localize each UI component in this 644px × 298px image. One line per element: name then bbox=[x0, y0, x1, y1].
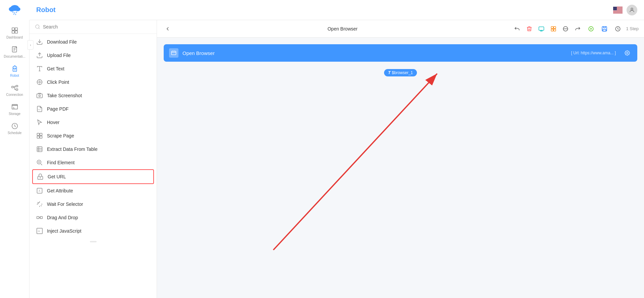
annotation-arrow bbox=[157, 38, 644, 298]
sidebar-item-dashboard[interactable]: Dashboard bbox=[0, 23, 29, 42]
sidebar-item-schedule[interactable]: Schedule bbox=[0, 118, 29, 137]
svg-rect-43 bbox=[37, 136, 40, 138]
svg-point-39 bbox=[39, 95, 41, 97]
svg-rect-60 bbox=[539, 27, 544, 31]
tool-item-take-screenshot-label: Take Screenshot bbox=[47, 93, 82, 98]
sidebar-item-documentation[interactable]: Documentati... bbox=[0, 42, 29, 61]
svg-rect-26 bbox=[613, 12, 623, 13]
tool-item-wait-for-selector[interactable]: Wait For Selector bbox=[30, 197, 157, 211]
svg-point-14 bbox=[15, 68, 16, 69]
svg-rect-63 bbox=[554, 26, 556, 28]
tool-item-get-url-label: Get URL bbox=[48, 174, 66, 179]
delete-button[interactable] bbox=[524, 23, 535, 34]
panel-collapse-btn[interactable]: › bbox=[30, 40, 34, 50]
tool-item-scrape-page[interactable]: Scrape Page bbox=[30, 129, 157, 142]
cancel-button[interactable] bbox=[560, 23, 571, 34]
responsive-button[interactable] bbox=[536, 23, 547, 34]
language-flag[interactable] bbox=[613, 7, 623, 13]
top-header: Robot bbox=[30, 0, 644, 20]
history-button[interactable] bbox=[612, 23, 623, 34]
sidebar-item-dashboard-label: Dashboard bbox=[6, 36, 23, 39]
tool-item-upload-file[interactable]: Upload File bbox=[30, 49, 157, 62]
svg-point-1 bbox=[9, 7, 15, 11]
svg-rect-25 bbox=[613, 11, 623, 12]
svg-point-75 bbox=[627, 52, 628, 54]
svg-rect-8 bbox=[12, 28, 14, 30]
workflow-title: Open Browser bbox=[176, 26, 509, 32]
back-button[interactable] bbox=[162, 23, 173, 34]
svg-line-77 bbox=[273, 74, 437, 250]
workflow-block-url: [ Url: https://www.ama... ] bbox=[571, 51, 616, 55]
search-icon bbox=[35, 24, 40, 29]
svg-rect-65 bbox=[554, 29, 556, 31]
tool-item-find-element-label: Find Element bbox=[47, 160, 74, 165]
tool-item-extract-data-from-table[interactable]: Extract Data From Table bbox=[30, 142, 157, 156]
user-avatar[interactable] bbox=[627, 5, 637, 15]
tool-item-download-file-label: Download File bbox=[47, 39, 77, 45]
sidebar-item-schedule-label: Schedule bbox=[8, 131, 22, 135]
svg-rect-9 bbox=[15, 28, 17, 30]
sidebar-item-robot[interactable]: Robot bbox=[0, 61, 29, 80]
tool-search-bar bbox=[30, 20, 157, 34]
svg-rect-38 bbox=[37, 94, 43, 98]
svg-point-29 bbox=[36, 25, 39, 28]
token-label: $browser_1 bbox=[392, 70, 413, 75]
tool-item-scrape-page-label: Scrape Page bbox=[47, 133, 74, 138]
workspace: › Download F bbox=[30, 20, 644, 298]
workflow-block-open-browser[interactable]: Open Browser [ Url: https://www.ama... ] bbox=[164, 44, 637, 62]
token-icon: T bbox=[388, 70, 390, 75]
svg-marker-69 bbox=[591, 28, 592, 30]
token-badge-wrap: T $browser_1 bbox=[164, 65, 637, 76]
main-content: Robot bbox=[30, 0, 644, 298]
svg-point-33 bbox=[39, 81, 41, 83]
tool-item-page-pdf-label: Page PDF bbox=[47, 106, 69, 112]
app-logo bbox=[0, 0, 30, 20]
svg-rect-3 bbox=[12, 11, 13, 13]
workflow-block-settings-button[interactable] bbox=[623, 48, 632, 58]
tool-item-page-pdf[interactable]: PDF Page PDF bbox=[30, 102, 157, 116]
tool-item-inject-javascript[interactable]: JS Inject JavaScript bbox=[30, 224, 157, 238]
crop-button[interactable] bbox=[548, 23, 559, 34]
tool-item-get-text[interactable]: Get Text bbox=[30, 62, 157, 75]
tool-item-get-attribute-label: Get Attribute bbox=[47, 188, 73, 193]
save-button[interactable] bbox=[599, 23, 610, 34]
svg-rect-5 bbox=[16, 11, 17, 13]
tool-item-find-element[interactable]: Find Element bbox=[30, 156, 157, 169]
tool-item-take-screenshot[interactable]: Take Screenshot bbox=[30, 89, 157, 102]
svg-point-2 bbox=[15, 7, 20, 11]
svg-rect-7 bbox=[15, 14, 16, 15]
tool-item-get-attribute[interactable]: A Get Attribute bbox=[30, 184, 157, 197]
app-title: Robot bbox=[36, 6, 56, 14]
tool-item-drag-and-drop[interactable]: Drag And Drop bbox=[30, 211, 157, 224]
tool-item-download-file[interactable]: Download File bbox=[30, 35, 157, 49]
sidebar-item-connection[interactable]: Connection bbox=[0, 80, 29, 99]
undo-button[interactable] bbox=[512, 23, 523, 34]
tool-item-drag-and-drop-label: Drag And Drop bbox=[47, 215, 78, 220]
workflow-block-name: Open Browser bbox=[182, 50, 567, 56]
svg-rect-27 bbox=[613, 7, 617, 10]
svg-rect-41 bbox=[37, 133, 40, 136]
step-count: 1 Step bbox=[626, 26, 639, 31]
sidebar: Dashboard Documentati... Robot bbox=[0, 0, 30, 298]
svg-rect-56 bbox=[37, 217, 39, 219]
search-input[interactable] bbox=[43, 24, 151, 29]
tool-item-hover[interactable]: Hover bbox=[30, 116, 157, 129]
svg-rect-17 bbox=[16, 89, 17, 91]
tool-item-get-url[interactable]: Get URL bbox=[32, 169, 154, 184]
tool-item-click-point[interactable]: Click Point bbox=[30, 75, 157, 89]
tool-item-click-point-label: Click Point bbox=[47, 79, 69, 85]
canvas-toolbar: Open Browser bbox=[157, 20, 644, 38]
redo-button[interactable] bbox=[572, 23, 583, 34]
svg-point-13 bbox=[13, 68, 14, 69]
svg-rect-45 bbox=[37, 147, 42, 152]
svg-point-28 bbox=[631, 8, 633, 10]
token-badge: T $browser_1 bbox=[384, 69, 417, 76]
svg-point-53 bbox=[40, 178, 41, 178]
play-button[interactable] bbox=[586, 23, 596, 34]
svg-rect-24 bbox=[613, 10, 623, 11]
sidebar-item-storage[interactable]: Storage bbox=[0, 99, 29, 118]
svg-text:A: A bbox=[39, 189, 41, 192]
svg-rect-4 bbox=[14, 12, 15, 13]
tool-list: Download File Upload File bbox=[30, 34, 157, 298]
sidebar-item-storage-label: Storage bbox=[9, 112, 20, 116]
